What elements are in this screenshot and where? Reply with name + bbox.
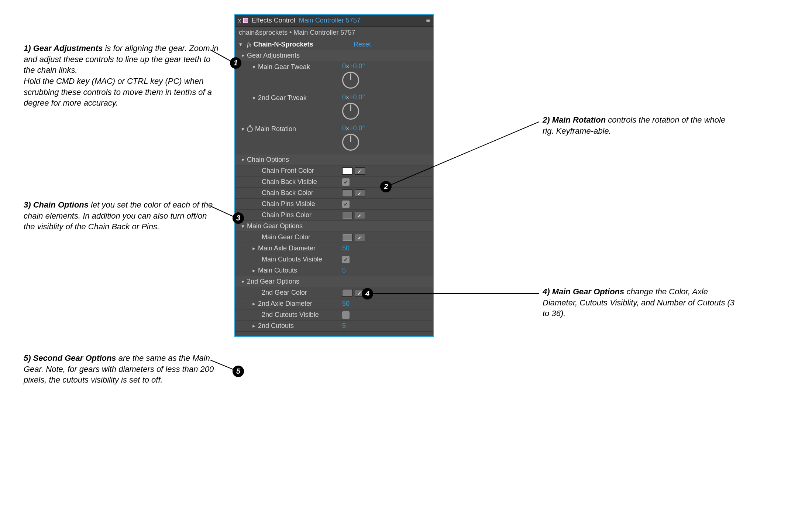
param-2nd-gear-color: 2nd Gear Color bbox=[235, 287, 433, 298]
color-swatch[interactable] bbox=[342, 234, 352, 241]
effect-name: Chain-N-Sprockets bbox=[254, 41, 313, 48]
param-2nd-cutouts-visible: 2nd Cutouts Visible bbox=[235, 309, 433, 321]
checkbox[interactable]: ✓ bbox=[342, 201, 350, 208]
param-main-rotation: ▼ Main Rotation 0x+0.0° bbox=[235, 123, 433, 154]
slider-value[interactable]: 5 bbox=[342, 322, 346, 330]
group-label: Chain Options bbox=[247, 156, 289, 164]
param-label: Main Cutouts bbox=[258, 267, 297, 274]
param-chain-back-color: Chain Back Color bbox=[235, 188, 433, 199]
angle-dial[interactable] bbox=[342, 134, 359, 151]
slider-value[interactable]: 50 bbox=[342, 244, 350, 252]
angle-value[interactable]: 0x+0.0° bbox=[342, 93, 365, 101]
param-label: Chain Back Color bbox=[262, 189, 313, 197]
param-main-cutouts-visible: Main Cutouts Visible ✓ bbox=[235, 254, 433, 265]
group-label: 2nd Gear Options bbox=[247, 278, 299, 285]
param-main-cutouts: ► Main Cutouts 5 bbox=[235, 265, 433, 276]
panel-tab-title: Effects Control bbox=[252, 17, 295, 24]
fx-icon: fx bbox=[247, 41, 251, 48]
param-label: Main Cutouts Visible bbox=[262, 256, 322, 263]
twirly-icon[interactable]: ► bbox=[251, 323, 257, 329]
slider-value[interactable]: 50 bbox=[342, 300, 350, 308]
color-swatch[interactable] bbox=[342, 212, 352, 219]
param-label: Chain Front Color bbox=[262, 167, 314, 175]
param-main-gear-color: Main Gear Color bbox=[235, 232, 433, 243]
color-swatch[interactable] bbox=[342, 189, 352, 197]
annotation-1: 1) Gear Adjustments is for aligning the … bbox=[24, 43, 219, 109]
twirly-icon[interactable]: ▼ bbox=[240, 224, 245, 229]
angle-value[interactable]: 0x+0.0° bbox=[342, 62, 365, 70]
twirly-icon[interactable]: ▼ bbox=[240, 53, 245, 58]
param-label: Main Gear Color bbox=[262, 233, 310, 241]
color-swatch[interactable] bbox=[342, 289, 352, 297]
group-chain-options[interactable]: ▼ Chain Options bbox=[235, 154, 433, 165]
angle-dial[interactable] bbox=[342, 103, 359, 120]
eyedropper-icon[interactable] bbox=[355, 212, 365, 219]
param-chain-front-color: Chain Front Color bbox=[235, 165, 433, 177]
param-main-gear-tweak: ▼ Main Gear Tweak 0x+0.0° bbox=[235, 61, 433, 92]
param-chain-back-visible: Chain Back Visible ✓ bbox=[235, 177, 433, 188]
param-chain-pins-color: Chain Pins Color bbox=[235, 210, 433, 221]
twirly-icon[interactable]: ▼ bbox=[251, 65, 257, 70]
close-icon[interactable]: x bbox=[238, 17, 241, 24]
callout-badge-4: 4 bbox=[362, 288, 373, 299]
callout-badge-5: 5 bbox=[233, 366, 244, 377]
param-label: Chain Back Visible bbox=[262, 178, 317, 186]
angle-value[interactable]: 0x+0.0° bbox=[342, 124, 365, 132]
eyedropper-icon[interactable] bbox=[355, 167, 365, 175]
effect-header[interactable]: ▼ fx Chain-N-Sprockets Reset bbox=[235, 39, 433, 50]
param-label: 2nd Gear Color bbox=[262, 289, 307, 297]
param-2nd-axle-diameter: ► 2nd Axle Diameter 50 bbox=[235, 298, 433, 309]
param-main-axle-diameter: ► Main Axle Diameter 50 bbox=[235, 243, 433, 254]
breadcrumb: chain&sprockets • Main Controller 5757 bbox=[235, 27, 433, 39]
reset-link[interactable]: Reset bbox=[354, 41, 371, 48]
layer-color-chip bbox=[243, 18, 248, 23]
param-label: Main Rotation bbox=[255, 125, 296, 133]
twirly-icon[interactable]: ► bbox=[251, 268, 257, 273]
twirly-icon[interactable]: ▼ bbox=[251, 96, 257, 101]
param-label: 2nd Gear Tweak bbox=[258, 94, 307, 102]
stopwatch-icon[interactable] bbox=[247, 126, 253, 132]
angle-dial[interactable] bbox=[342, 72, 359, 89]
checkbox[interactable]: ✓ bbox=[342, 256, 350, 263]
param-label: 2nd Cutouts Visible bbox=[262, 311, 319, 319]
annotation-5: 5) Second Gear Options are the same as t… bbox=[24, 353, 219, 386]
twirly-icon[interactable]: ▼ bbox=[238, 42, 243, 47]
callout-badge-3: 3 bbox=[233, 212, 244, 224]
callout-badge-1: 1 bbox=[230, 57, 241, 69]
param-label: 2nd Cutouts bbox=[258, 322, 294, 330]
annotation-4: 4) Main Gear Options change the Color, A… bbox=[543, 286, 738, 319]
param-label: 2nd Axle Diameter bbox=[258, 300, 312, 308]
param-2nd-gear-tweak: ▼ 2nd Gear Tweak 0x+0.0° bbox=[235, 92, 433, 123]
eyedropper-icon[interactable] bbox=[355, 234, 365, 241]
slider-value[interactable]: 5 bbox=[342, 267, 346, 274]
panel-tab-bar: x Effects Control Main Controller 5757 ≡ bbox=[235, 15, 433, 27]
checkbox[interactable]: ✓ bbox=[342, 178, 350, 186]
annotation-3: 3) Chain Options let you set the color o… bbox=[24, 199, 219, 232]
eyedropper-icon[interactable] bbox=[355, 189, 365, 197]
param-chain-pins-visible: Chain Pins Visible ✓ bbox=[235, 199, 433, 210]
group-label: Main Gear Options bbox=[247, 222, 303, 230]
twirly-icon[interactable]: ► bbox=[251, 301, 257, 307]
twirly-icon[interactable]: ▼ bbox=[240, 127, 245, 132]
group-label: Gear Adjustments bbox=[247, 52, 300, 59]
param-2nd-cutouts: ► 2nd Cutouts 5 bbox=[235, 321, 433, 332]
panel-tab-subject: Main Controller 5757 bbox=[299, 17, 361, 24]
annotation-body: is for aligning the gear. Zoom in and ad… bbox=[24, 44, 219, 107]
param-label: Chain Pins Visible bbox=[262, 200, 315, 208]
group-gear-adjustments[interactable]: ▼ Gear Adjustments bbox=[235, 50, 433, 61]
param-label: Chain Pins Color bbox=[262, 211, 312, 219]
callout-badge-2: 2 bbox=[380, 181, 392, 192]
color-swatch[interactable] bbox=[342, 167, 352, 175]
param-label: Main Gear Tweak bbox=[258, 63, 310, 71]
group-main-gear-options[interactable]: ▼ Main Gear Options bbox=[235, 221, 433, 232]
twirly-icon[interactable]: ▼ bbox=[240, 279, 245, 284]
twirly-icon[interactable]: ▼ bbox=[240, 157, 245, 162]
effects-controls-panel: x Effects Control Main Controller 5757 ≡… bbox=[234, 14, 434, 337]
param-label: Main Axle Diameter bbox=[258, 244, 316, 252]
annotation-2: 2) Main Rotation controls the rotation o… bbox=[543, 114, 738, 136]
group-2nd-gear-options[interactable]: ▼ 2nd Gear Options bbox=[235, 276, 433, 287]
twirly-icon[interactable]: ► bbox=[251, 246, 257, 251]
checkbox[interactable] bbox=[342, 311, 350, 319]
panel-menu-icon[interactable]: ≡ bbox=[426, 17, 430, 24]
